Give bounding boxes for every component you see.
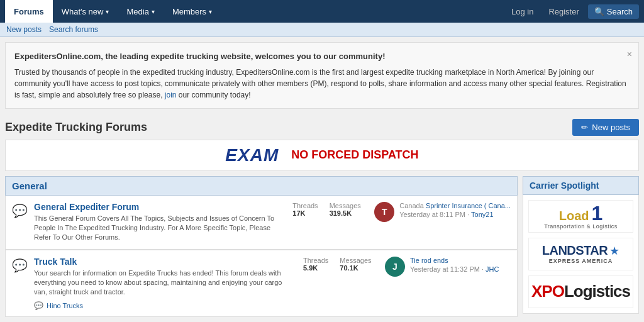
nav-tab-forums[interactable]: Forums [5,0,53,23]
sub-bar: New posts Search forums [0,23,644,37]
new-posts-link[interactable]: New posts [6,25,42,34]
nav-tab-whatsnew[interactable]: What's new ▾ [53,0,118,23]
media-arrow-icon: ▾ [152,8,155,15]
latest-user-general[interactable]: Tony21 [471,211,493,218]
ad-banner[interactable]: EXAM NO FORCED DISPATCH [5,140,639,171]
login-button[interactable]: Log in [505,7,540,16]
carrier-spotlight: Carrier Spotlight Load 1 Transportation … [523,176,639,317]
page-title: Expedite Trucking Forums [5,121,572,134]
banner-no-text: NO [291,148,308,161]
forum-row-general: 💬 General Expediter Forum This General F… [12,202,511,243]
new-posts-icon: ✏ [581,123,588,132]
forum-card-general: 💬 General Expediter Forum This General F… [5,196,518,250]
landstar-logo[interactable]: LANDSTAR ★ EXPRESS AMERICA [528,238,633,270]
banner-exam-text: EXAM [225,145,279,165]
xpo-red-text: XPO [531,282,564,301]
search-forums-link[interactable]: Search forums [49,25,98,34]
avatar-general: T [374,202,394,222]
landstar-name: LANDSTAR [542,243,608,258]
forum-desc-general: This General Forum Covers All The Topics… [34,214,286,243]
close-icon[interactable]: × [627,48,632,61]
sub-forum-icon: 💬 [34,301,43,310]
carrier-logos-box: Load 1 Transportation & Logistics LANDST… [523,195,639,314]
latest-info-trucktalk: Tie rod ends Yesterday at 11:32 PM · JHC [410,257,499,273]
forum-desc-trucktalk: Your search for information on Expedite … [34,269,297,297]
members-arrow-icon: ▾ [209,8,212,15]
forum-card-trucktalk: 💬 Truck Talk Your search for information… [5,250,518,317]
welcome-title: ExpeditersOnline.com, the leading expedi… [14,50,630,63]
landstar-sub: EXPRESS AMERICA [549,258,613,264]
forum-name-general[interactable]: General Expediter Forum [34,202,286,212]
avatar-trucktalk: J [385,257,405,277]
messages-stat-truck: Messages 70.1K [340,257,371,272]
latest-user-trucktalk[interactable]: JHC [486,265,499,273]
search-icon: 🔍 [594,7,604,16]
xpo-dark-text: Logistics [564,282,630,301]
register-button[interactable]: Register [542,7,585,16]
general-section-header: General [5,176,518,196]
latest-meta-general: Yesterday at 8:11 PM · Tony21 [399,211,493,218]
latest-meta-trucktalk: Yesterday at 11:32 PM · JHC [410,265,499,273]
forum-truck-icon: 💬 [12,258,28,273]
threads-stat-truck: Threads 5.9K [303,257,328,272]
forum-body-trucktalk: Truck Talk Your search for information o… [34,257,297,310]
latest-info-general: Canada Sprinter Insurance ( Cana... Yest… [399,202,511,218]
load-one-logo[interactable]: Load 1 Transportation & Logistics [528,200,633,233]
load-one-text: Load 1 Transportation & Logistics [544,203,618,230]
forum-stats-general: Threads 17K Messages 319.5K [292,202,368,217]
landstar-star-icon: ★ [609,244,619,258]
left-column: General 💬 General Expediter Forum This G… [5,176,518,317]
new-posts-button[interactable]: ✏ New posts [572,119,639,136]
whatsnew-arrow-icon: ▾ [106,8,109,15]
carrier-spotlight-header: Carrier Spotlight [523,176,639,195]
forum-speech-icon: 💬 [12,203,28,218]
forum-body-general: General Expediter Forum This General For… [34,202,286,243]
forum-latest-general: T Canada Sprinter Insurance ( Cana... Ye… [374,202,511,222]
sub-forum-hino: 💬 Hino Trucks [34,301,297,310]
threads-stat: Threads 17K [292,202,318,217]
welcome-body: Trusted by thousands of people in the ex… [14,67,630,101]
latest-title-trucktalk[interactable]: Tie rod ends [410,257,499,264]
main-layout: General 💬 General Expediter Forum This G… [0,176,644,322]
top-nav: Forums What's new ▾ Media ▾ Members ▾ Lo… [0,0,644,23]
one-text: 1 [591,203,602,223]
hino-trucks-link[interactable]: Hino Trucks [47,302,83,309]
nav-tab-media[interactable]: Media ▾ [118,0,163,23]
forum-latest-trucktalk: J Tie rod ends Yesterday at 11:32 PM · J… [385,257,511,277]
landstar-text: LANDSTAR ★ EXPRESS AMERICA [542,243,620,264]
latest-title-general[interactable]: Canada Sprinter Insurance ( Cana... [399,202,511,209]
load-text: Load [559,209,589,223]
load-one-sub: Transportation & Logistics [544,223,618,230]
forum-row-trucktalk: 💬 Truck Talk Your search for information… [12,257,511,310]
forum-name-trucktalk[interactable]: Truck Talk [34,257,297,267]
messages-stat: Messages 319.5K [330,202,361,217]
nav-tab-members[interactable]: Members ▾ [164,0,221,23]
xpo-logo[interactable]: XPOLogistics [528,275,633,308]
banner-tagline: NO FORCED DISPATCH [291,148,418,162]
join-link[interactable]: join [165,91,177,99]
page-header: Expedite Trucking Forums ✏ New posts [0,114,644,140]
welcome-box: ExpeditersOnline.com, the leading expedi… [5,42,639,109]
nav-right-buttons: Log in Register 🔍 Search [505,4,639,19]
forum-stats-trucktalk: Threads 5.9K Messages 70.1K [303,257,379,272]
xpo-text: XPOLogistics [531,282,630,301]
search-button[interactable]: 🔍 Search [588,4,639,19]
